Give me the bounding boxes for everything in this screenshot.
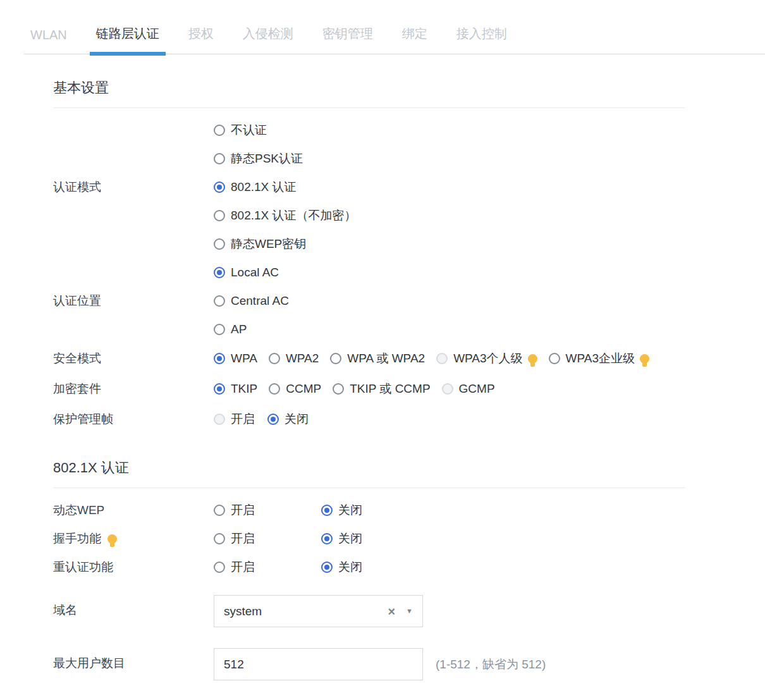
radio-icon [214,153,225,164]
radio-option-static-psk[interactable]: 静态PSK认证 [214,144,357,173]
radio-icon [214,505,225,516]
radio-option-wpa2[interactable]: WPA2 [269,352,319,365]
radio-label: TKIP [231,382,257,396]
radio-label: WPA3个人级 [453,350,522,367]
field-label-pmf: 保护管理帧 [53,411,214,427]
domain-select[interactable]: system × ▼ [214,595,423,627]
radio-option-wpa-or-wpa2[interactable]: WPA 或 WPA2 [330,350,425,367]
radio-icon [321,505,333,516]
radio-icon [214,533,225,544]
hint-bulb-icon [528,354,537,364]
radio-icon [442,383,453,395]
form-row-max-users: 最大用户数目 (1-512，缺省为 512) [53,648,765,680]
tab-binding[interactable]: 绑定 [396,18,434,54]
radio-option-dot1x[interactable]: 802.1X 认证 [214,173,357,201]
tab-intrusion-detection[interactable]: 入侵检测 [236,18,300,54]
radio-option-ccmp[interactable]: CCMP [269,382,321,396]
radio-option-central-ac[interactable]: Central AC [214,286,289,315]
form-row-reauth: 重认证功能 开启 关闭 [53,553,765,581]
radio-icon [214,295,225,307]
radio-icon [214,562,225,573]
field-label-max-users: 最大用户数目 [53,648,214,672]
tab-authorization[interactable]: 授权 [182,18,220,54]
form-row-dynamic-wep: 动态WEP 开启 关闭 [53,496,765,524]
radio-icon [549,353,560,364]
max-users-hint: (1-512，缺省为 512) [436,648,546,680]
radio-option-handshake-off[interactable]: 关闭 [321,531,362,547]
radio-label: Central AC [231,294,289,308]
radio-label: 关闭 [338,531,362,547]
radio-option-tkip[interactable]: TKIP [214,382,257,396]
radio-icon [269,353,280,364]
radio-option-wpa[interactable]: WPA [214,352,257,365]
hint-bulb-icon [640,354,649,364]
field-label-auth-location: 认证位置 [53,258,214,343]
radio-option-pmf-on[interactable]: 开启 [214,411,255,427]
radio-icon [321,562,333,573]
field-label-handshake: 握手功能 [53,524,214,553]
section-divider [53,107,685,108]
form-row-cipher-suite: 加密套件 TKIP CCMP TKIP 或 CCMP GCMP [53,374,765,404]
radio-icon [267,414,279,425]
radio-option-reauth-on[interactable]: 开启 [214,559,321,575]
form-row-handshake: 握手功能 开启 关闭 [53,524,765,553]
radio-option-dot1x-no-encrypt[interactable]: 802.1X 认证（不加密） [214,201,357,230]
radio-option-gcmp[interactable]: GCMP [442,382,495,396]
radio-icon [214,125,225,136]
radio-option-static-wep[interactable]: 静态WEP密钥 [214,230,357,258]
section-dot1x-auth: 802.1X 认证 动态WEP 开启 关闭 握手功能 开启 [53,458,765,680]
radio-option-wpa3-enterprise[interactable]: WPA3企业级 [549,350,649,367]
radio-label: GCMP [459,382,495,396]
radio-option-reauth-off[interactable]: 关闭 [321,559,362,575]
tab-wlan[interactable]: WLAN [24,20,73,54]
field-label-auth-mode: 认证模式 [53,116,214,258]
tab-key-management[interactable]: 密钥管理 [316,18,379,54]
clear-icon[interactable]: × [388,605,395,618]
domain-select-value: system [224,605,388,618]
radio-label: 开启 [231,531,255,547]
radio-option-dynamic-wep-off[interactable]: 关闭 [321,502,362,519]
security-mode-radio-group: WPA WPA2 WPA 或 WPA2 WPA3个人级 WPA3企 [214,350,649,367]
radio-icon [214,267,225,278]
radio-label: 802.1X 认证（不加密） [231,207,357,224]
section-title-basic: 基本设置 [53,78,765,97]
radio-option-local-ac[interactable]: Local AC [214,258,289,286]
radio-label: 不认证 [231,122,267,138]
field-label-reauth: 重认证功能 [53,553,214,581]
form-row-pmf: 保护管理帧 开启 关闭 [53,404,765,434]
radio-option-wpa3-personal[interactable]: WPA3个人级 [436,350,537,367]
chevron-down-icon[interactable]: ▼ [406,608,413,615]
radio-option-dynamic-wep-on[interactable]: 开启 [214,502,321,519]
radio-label: WPA3企业级 [566,350,635,367]
radio-icon [321,533,333,544]
radio-icon [214,324,225,335]
radio-label: 802.1X 认证 [231,179,297,195]
radio-icon [333,383,344,395]
radio-icon [214,181,225,193]
radio-option-handshake-on[interactable]: 开启 [214,531,321,547]
field-label-text: 握手功能 [53,524,101,553]
auth-mode-radio-group: 不认证 静态PSK认证 802.1X 认证 802.1X 认证（不加密） 静态W… [214,116,357,258]
tab-link-layer-auth[interactable]: 链路层认证 [90,18,166,54]
radio-option-tkip-or-ccmp[interactable]: TKIP 或 CCMP [333,381,430,397]
max-users-input[interactable] [214,648,423,680]
field-label-text: 动态WEP [53,496,104,524]
tab-access-control[interactable]: 接入控制 [450,18,513,54]
radio-label: 关闭 [338,559,362,575]
form-row-auth-mode: 认证模式 不认证 静态PSK认证 802.1X 认证 802.1X 认证（不加密… [53,116,765,258]
radio-option-pmf-off[interactable]: 关闭 [267,411,309,427]
tab-bar: WLAN 链路层认证 授权 入侵检测 密钥管理 绑定 接入控制 [24,18,765,54]
section-divider [53,488,685,488]
field-label-security-mode: 安全模式 [53,350,214,367]
radio-icon [214,238,225,250]
radio-label: AP [231,322,247,336]
radio-option-ap[interactable]: AP [214,315,289,343]
radio-label: 开启 [231,502,255,519]
radio-label: 开启 [231,559,255,575]
radio-label: WPA2 [286,352,319,365]
radio-label: TKIP 或 CCMP [350,381,430,397]
radio-option-no-auth[interactable]: 不认证 [214,116,357,144]
field-label-dynamic-wep: 动态WEP [53,496,214,524]
radio-icon [436,353,448,364]
cipher-suite-radio-group: TKIP CCMP TKIP 或 CCMP GCMP [214,381,495,397]
